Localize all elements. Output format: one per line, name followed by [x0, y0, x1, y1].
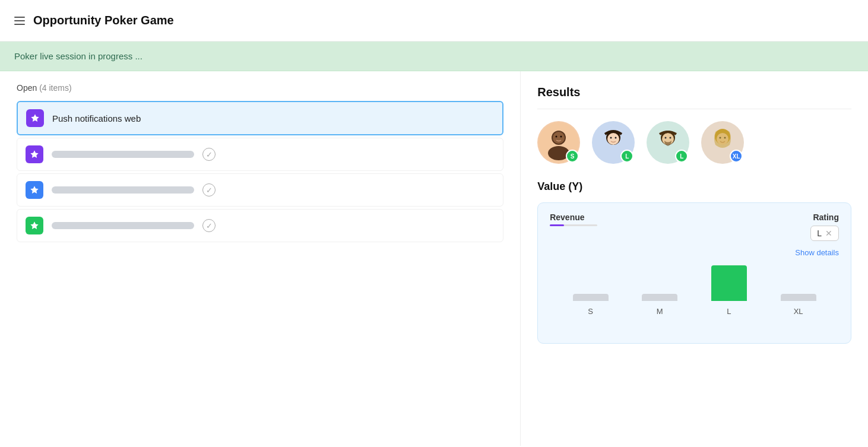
rating-badge: L ✕ [810, 226, 839, 241]
bar-label-xl: XL [794, 307, 803, 316]
bar-l [711, 265, 747, 301]
results-title: Results [537, 85, 851, 99]
chart-area: S M L XL [550, 262, 839, 334]
avatar: L [647, 121, 689, 164]
star-badge-blue [26, 181, 43, 199]
svg-point-14 [665, 137, 667, 139]
rating-close-button[interactable]: ✕ [825, 229, 832, 238]
chart-bars: S M L XL [550, 268, 839, 316]
show-details-row: Show details [550, 247, 839, 258]
item-placeholder [52, 222, 194, 229]
rating-value: L [817, 229, 822, 238]
bar-label-l: L [727, 307, 731, 316]
svg-point-8 [607, 133, 619, 145]
chart-col-s: S [556, 294, 625, 316]
check-icon: ✓ [202, 148, 216, 161]
avatar: XL [701, 121, 744, 164]
item-list: Push notifications web ✓ ✓ [17, 101, 503, 242]
bar-s [573, 294, 609, 301]
right-panel: Results S [521, 71, 868, 446]
session-banner: Poker live session in progress ... [0, 42, 868, 71]
star-badge-purple [26, 109, 44, 127]
list-item[interactable]: ✓ [17, 209, 503, 242]
revenue-section: Revenue [550, 213, 597, 226]
page-title: Opportunity Poker Game [33, 14, 174, 27]
check-icon: ✓ [202, 183, 216, 196]
svg-point-10 [615, 137, 617, 139]
revenue-bar [550, 224, 597, 226]
list-item[interactable]: ✓ [17, 138, 503, 171]
svg-point-15 [670, 137, 671, 139]
chart-col-l: L [695, 265, 764, 316]
item-title: Push notifications web [52, 113, 494, 123]
svg-point-5 [560, 136, 562, 138]
avatar-badge: L [620, 150, 633, 163]
avatar: L [592, 121, 635, 164]
avatar: S [537, 121, 580, 164]
check-icon: ✓ [202, 219, 216, 232]
bar-xl [781, 294, 816, 301]
bar-label-s: S [588, 307, 593, 316]
rating-label: Rating [810, 213, 839, 222]
header: Opportunity Poker Game [0, 0, 868, 42]
open-label: Open (4 items) [17, 83, 503, 93]
rating-section: Rating L ✕ [810, 213, 839, 241]
value-card-header: Revenue Rating L ✕ [550, 213, 839, 241]
value-title: Value (Y) [537, 180, 851, 193]
chart-col-m: M [625, 294, 695, 316]
main-layout: Open (4 items) Push notifications web ✓ [0, 71, 868, 446]
bar-label-m: M [657, 307, 663, 316]
star-badge-green [26, 217, 43, 234]
show-details-link[interactable]: Show details [795, 248, 839, 257]
star-badge-purple [26, 145, 43, 163]
list-item[interactable]: ✓ [17, 173, 503, 207]
list-item[interactable]: Push notifications web [17, 101, 503, 135]
item-placeholder [52, 186, 194, 194]
left-panel: Open (4 items) Push notifications web ✓ [0, 71, 521, 446]
bar-m [642, 294, 677, 301]
svg-point-9 [610, 137, 612, 139]
svg-point-3 [553, 132, 565, 144]
value-card: Revenue Rating L ✕ Show details [537, 202, 851, 344]
avatar-badge: S [566, 150, 579, 163]
menu-icon[interactable] [14, 17, 25, 25]
revenue-label: Revenue [550, 213, 597, 222]
svg-point-4 [556, 136, 557, 138]
avatar-badge: XL [730, 150, 743, 163]
chart-col-xl: XL [764, 294, 833, 316]
divider [537, 109, 851, 109]
item-placeholder [52, 151, 194, 158]
avatar-badge: L [675, 150, 688, 163]
avatars-row: S L [537, 121, 851, 164]
